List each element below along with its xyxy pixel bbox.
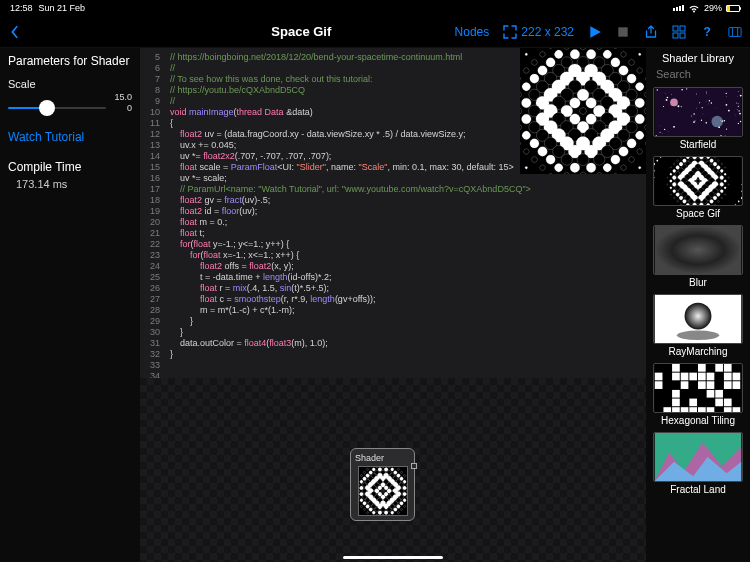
svg-point-714	[673, 126, 675, 128]
library-item[interactable]: Hexagonal Tiling	[646, 360, 750, 429]
library-item-label: RayMarching	[669, 346, 728, 357]
svg-point-700	[708, 104, 709, 105]
stop-button[interactable]	[616, 25, 630, 39]
svg-point-731	[693, 113, 694, 114]
svg-point-680	[663, 106, 664, 107]
grid-button[interactable]	[672, 25, 686, 39]
svg-rect-945	[733, 407, 741, 412]
share-button[interactable]	[644, 25, 658, 39]
svg-point-706	[656, 135, 657, 136]
svg-point-716	[678, 105, 680, 107]
svg-rect-929	[724, 381, 732, 389]
svg-rect-940	[681, 407, 689, 412]
svg-point-684	[740, 121, 741, 122]
svg-rect-944	[724, 407, 732, 412]
svg-point-686	[694, 120, 695, 121]
svg-rect-923	[724, 373, 732, 381]
svg-rect-941	[689, 407, 697, 412]
library-title: Shader Library	[646, 48, 750, 66]
navbar: Space Gif Nodes 222 x 232 ?	[0, 16, 750, 48]
svg-point-705	[736, 103, 737, 104]
svg-point-737	[711, 116, 723, 128]
svg-rect-4	[680, 33, 685, 38]
code-editor[interactable]: 5678910111213141516171819202122232425262…	[140, 48, 646, 378]
svg-rect-6	[729, 27, 741, 36]
library-item[interactable]: Starfield	[646, 84, 750, 153]
library-item[interactable]: RayMarching	[646, 291, 750, 360]
shader-preview	[520, 48, 646, 174]
svg-point-735	[701, 120, 702, 121]
node-output-port[interactable]	[411, 463, 417, 469]
svg-rect-917	[655, 373, 663, 381]
svg-point-734	[726, 93, 727, 94]
svg-point-718	[737, 109, 738, 110]
shader-node[interactable]: Shader	[350, 448, 415, 521]
status-date: Sun 21 Feb	[39, 3, 86, 13]
library-item-label: Blur	[689, 277, 707, 288]
svg-rect-931	[672, 390, 680, 398]
node-canvas[interactable]: Shader	[140, 378, 646, 562]
library-search[interactable]	[646, 66, 750, 84]
svg-rect-921	[698, 373, 706, 381]
svg-point-692	[724, 120, 726, 122]
compile-time-title: Compile Time	[8, 160, 132, 174]
svg-point-721	[664, 129, 665, 130]
svg-point-708	[668, 131, 669, 132]
question-icon: ?	[700, 25, 714, 39]
svg-point-732	[740, 95, 742, 97]
node-title: Shader	[355, 453, 410, 463]
play-button[interactable]	[588, 25, 602, 39]
svg-point-715	[671, 94, 672, 95]
svg-rect-938	[663, 407, 671, 412]
svg-rect-675	[655, 88, 741, 136]
library-item[interactable]: Space Gif	[646, 153, 750, 222]
compile-time-value: 173.14 ms	[8, 178, 132, 190]
stop-icon	[616, 25, 630, 39]
library-thumbnail	[653, 87, 743, 137]
svg-point-761	[741, 190, 742, 192]
svg-rect-924	[733, 373, 741, 381]
scale-max: 15.0	[114, 92, 132, 103]
center-panel: 5678910111213141516171819202122232425262…	[140, 48, 646, 562]
svg-point-688	[711, 102, 712, 103]
scale-slider[interactable]: 15.0 0	[8, 94, 132, 122]
svg-point-679	[738, 103, 739, 104]
svg-point-707	[706, 93, 707, 94]
parameters-title: Parameters for Shader	[8, 54, 132, 68]
watch-tutorial-link[interactable]: Watch Tutorial	[8, 130, 132, 144]
svg-point-736	[670, 99, 678, 107]
svg-rect-942	[698, 407, 706, 412]
library-thumbnail	[653, 156, 743, 206]
svg-point-682	[696, 108, 697, 109]
wifi-icon	[688, 4, 700, 13]
svg-point-677	[738, 123, 739, 124]
canvas-size-button[interactable]: 222 x 232	[503, 25, 574, 39]
library-item-label: Hexagonal Tiling	[661, 415, 735, 426]
page-title: Space Gif	[148, 24, 455, 39]
help-button[interactable]: ?	[700, 25, 714, 39]
battery-icon	[726, 5, 740, 12]
svg-point-698	[738, 110, 739, 111]
svg-rect-916	[724, 364, 732, 372]
svg-rect-3	[673, 33, 678, 38]
svg-rect-932	[707, 390, 715, 398]
svg-rect-920	[689, 373, 697, 381]
svg-rect-927	[698, 381, 706, 389]
svg-rect-918	[672, 373, 680, 381]
svg-point-885	[654, 170, 655, 172]
search-input[interactable]	[656, 68, 750, 80]
back-button[interactable]	[8, 25, 22, 39]
svg-rect-925	[655, 381, 663, 389]
library-item[interactable]: Blur	[646, 222, 750, 291]
svg-point-704	[739, 113, 741, 115]
library-item[interactable]: Fractal Land	[646, 429, 750, 498]
svg-point-720	[699, 102, 700, 103]
grid-icon	[672, 25, 686, 39]
panels-button[interactable]	[728, 25, 742, 39]
chevron-left-icon	[8, 25, 22, 39]
nodes-button[interactable]: Nodes	[455, 25, 490, 39]
svg-point-730	[738, 106, 739, 107]
battery-percent: 29%	[704, 3, 722, 13]
svg-point-911	[685, 303, 712, 330]
library-thumbnail	[653, 432, 743, 482]
